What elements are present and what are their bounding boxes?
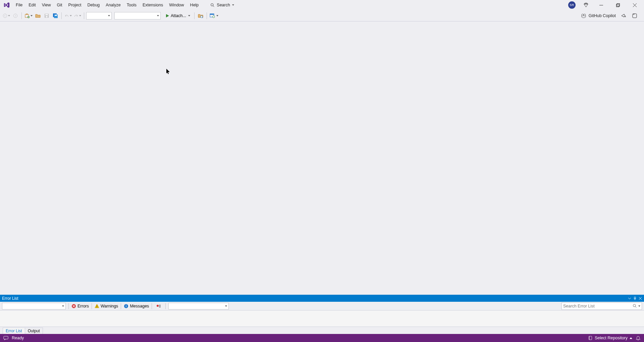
chevron-down-icon	[232, 4, 234, 6]
close-icon[interactable]	[639, 297, 642, 300]
maximize-button[interactable]	[613, 0, 623, 10]
svg-rect-47	[4, 336, 8, 339]
messages-filter-button[interactable]: Messages	[124, 304, 149, 308]
error-list-search-input[interactable]	[563, 304, 633, 308]
menu-file[interactable]: File	[13, 0, 25, 10]
svg-point-8	[13, 14, 17, 17]
chevron-down-icon	[70, 15, 72, 16]
maximize-icon	[616, 3, 620, 7]
error-list-build-combo[interactable]	[168, 303, 229, 309]
toolbar-separator	[21, 12, 22, 19]
new-project-button[interactable]	[24, 12, 33, 20]
errors-filter-button[interactable]: Errors	[71, 304, 89, 308]
feedback-icon	[632, 13, 637, 18]
share-button[interactable]	[619, 12, 627, 20]
chevron-down-icon	[79, 15, 81, 16]
editor-area	[0, 21, 644, 295]
toolbar-separator	[152, 303, 152, 309]
svg-rect-2	[599, 5, 603, 5]
warning-icon	[95, 304, 99, 308]
attach-debugger-button[interactable]: Attach...	[163, 12, 192, 20]
mouse-cursor-icon	[166, 68, 171, 76]
menu-view[interactable]: View	[39, 0, 54, 10]
nav-forward-button[interactable]	[11, 12, 19, 20]
error-list-scope-combo[interactable]	[2, 303, 66, 309]
toolbar-separator	[92, 303, 92, 309]
copilot-label-text: GitHub Copilot	[589, 13, 616, 18]
menu-help[interactable]: Help	[187, 0, 202, 10]
copilot-icon	[581, 13, 587, 19]
save-button[interactable]	[43, 12, 51, 20]
visual-studio-logo	[3, 1, 11, 9]
svg-point-41	[157, 305, 159, 307]
warnings-filter-button[interactable]: Warnings	[95, 304, 118, 308]
open-file-button[interactable]	[34, 12, 42, 20]
menu-tools[interactable]: Tools	[124, 0, 140, 10]
window-dropdown-icon[interactable]	[628, 297, 631, 300]
menu-edit[interactable]: Edit	[25, 0, 39, 10]
clear-filters-button[interactable]	[155, 302, 163, 310]
menu-project[interactable]: Project	[65, 0, 85, 10]
error-list-body	[0, 310, 644, 327]
close-button[interactable]	[630, 0, 639, 10]
toolbar-separator	[194, 12, 195, 19]
menu-items-container: File Edit View Git Project Debug Analyze…	[13, 0, 202, 10]
error-list-title: Error List	[2, 296, 628, 301]
global-search[interactable]: Search	[210, 3, 234, 7]
repository-icon	[588, 336, 593, 340]
chevron-down-icon	[62, 305, 64, 307]
svg-point-0	[211, 3, 213, 6]
browser-icon	[210, 13, 215, 18]
tab-output[interactable]: Output	[25, 328, 43, 334]
save-all-icon	[53, 13, 58, 18]
svg-point-24	[213, 16, 215, 18]
arrow-forward-icon	[13, 13, 18, 18]
error-list-search[interactable]	[561, 302, 642, 310]
browser-link-button[interactable]	[209, 12, 219, 20]
undo-button[interactable]	[64, 12, 72, 20]
menu-debug[interactable]: Debug	[84, 0, 103, 10]
chevron-down-icon	[108, 15, 110, 16]
pin-icon[interactable]	[633, 297, 637, 300]
search-icon	[210, 3, 215, 7]
notifications-button[interactable]	[636, 336, 641, 341]
messages-filter-label: Messages	[130, 304, 149, 308]
solution-config-combo[interactable]	[86, 12, 112, 19]
solution-platform-combo[interactable]	[114, 12, 161, 19]
status-ready: Ready	[12, 336, 24, 340]
feedback-button[interactable]	[631, 12, 639, 20]
svg-line-46	[635, 306, 636, 307]
svg-point-7	[3, 14, 7, 17]
menu-extensions[interactable]: Extensions	[140, 0, 166, 10]
menu-window[interactable]: Window	[166, 0, 187, 10]
save-all-button[interactable]	[51, 12, 59, 20]
find-in-files-button[interactable]	[197, 12, 205, 20]
statusbar: Ready Select Repository	[0, 334, 644, 342]
toolbar-separator	[121, 303, 121, 309]
svg-rect-19	[55, 15, 57, 16]
user-avatar[interactable]: SR	[568, 1, 576, 9]
redo-icon	[74, 13, 78, 18]
redo-button[interactable]	[73, 12, 82, 20]
save-icon	[44, 13, 49, 18]
svg-rect-27	[633, 14, 637, 18]
svg-rect-28	[634, 297, 636, 299]
svg-line-1	[213, 6, 214, 7]
chat-icon[interactable]	[3, 336, 8, 341]
nav-back-button[interactable]	[2, 12, 11, 20]
diamond-icon[interactable]	[583, 2, 589, 8]
svg-point-40	[126, 305, 126, 305]
svg-point-45	[633, 304, 636, 307]
svg-rect-4	[617, 3, 620, 6]
error-list-header[interactable]: Error List	[0, 295, 644, 302]
errors-filter-label: Errors	[77, 304, 89, 308]
open-folder-icon	[35, 13, 41, 18]
menu-git[interactable]: Git	[54, 0, 65, 10]
select-repository-button[interactable]: Select Repository	[588, 336, 632, 340]
svg-point-37	[97, 307, 97, 307]
minimize-button[interactable]	[596, 0, 606, 10]
menu-analyze[interactable]: Analyze	[103, 0, 123, 10]
toolbar-right: GitHub Copilot	[581, 12, 642, 20]
github-copilot-button[interactable]: GitHub Copilot	[581, 13, 616, 19]
tab-error-list[interactable]: Error List	[3, 328, 25, 334]
